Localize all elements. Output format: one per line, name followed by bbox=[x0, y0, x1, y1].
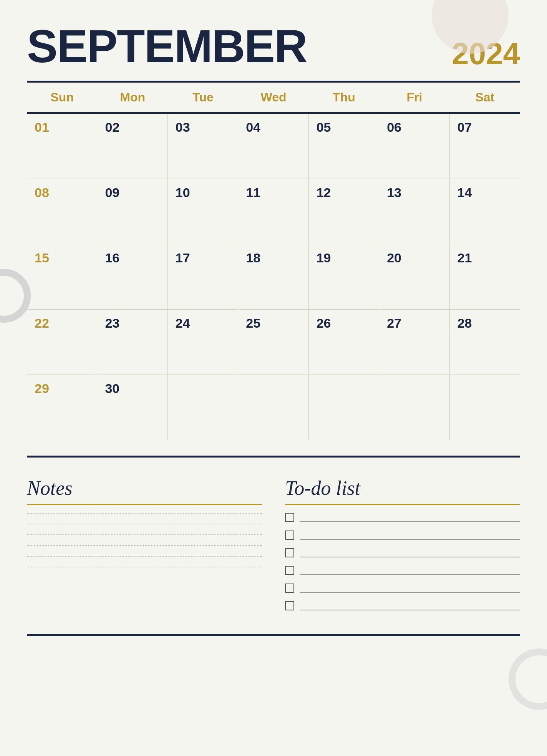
notes-line-6 bbox=[27, 567, 262, 567]
cell-empty-5 bbox=[450, 375, 520, 440]
calendar-day-headers: Sun Mon Tue Wed Thu Fri Sat bbox=[27, 83, 520, 114]
header-thu: Thu bbox=[309, 83, 379, 112]
cell-28: 28 bbox=[450, 310, 520, 375]
header-fri: Fri bbox=[379, 83, 449, 112]
cell-19: 19 bbox=[309, 244, 379, 310]
todo-divider bbox=[285, 504, 520, 505]
cell-24: 24 bbox=[168, 310, 238, 375]
cell-10: 10 bbox=[168, 179, 238, 244]
todo-item-5 bbox=[285, 584, 520, 593]
cell-26: 26 bbox=[309, 310, 379, 375]
notes-section: Notes bbox=[27, 477, 262, 619]
cell-01: 01 bbox=[27, 114, 97, 179]
cell-30: 30 bbox=[97, 375, 167, 440]
cell-17: 17 bbox=[168, 244, 238, 310]
todo-checkbox-4[interactable] bbox=[285, 566, 294, 575]
todo-line-2 bbox=[300, 531, 520, 540]
todo-title: To-do list bbox=[285, 477, 520, 499]
todo-checkbox-2[interactable] bbox=[285, 531, 294, 540]
month-title: SEPTEMBER bbox=[27, 23, 307, 69]
cell-06: 06 bbox=[379, 114, 449, 179]
todo-line-4 bbox=[300, 566, 520, 575]
notes-line-5 bbox=[27, 556, 262, 557]
cell-empty-4 bbox=[379, 375, 449, 440]
header-mon: Mon bbox=[97, 83, 167, 112]
calendar-body: 01 02 03 04 05 06 07 08 09 10 11 12 13 1… bbox=[27, 114, 520, 440]
cell-09: 09 bbox=[97, 179, 167, 244]
cell-11: 11 bbox=[238, 179, 308, 244]
cell-29: 29 bbox=[27, 375, 97, 440]
cell-13: 13 bbox=[379, 179, 449, 244]
cell-05: 05 bbox=[309, 114, 379, 179]
header-tue: Tue bbox=[168, 83, 238, 112]
cell-22: 22 bbox=[27, 310, 97, 375]
header-sat: Sat bbox=[450, 83, 520, 112]
notes-line-3 bbox=[27, 534, 262, 535]
calendar-bottom-border bbox=[27, 456, 520, 458]
todo-checkbox-5[interactable] bbox=[285, 584, 294, 593]
cell-25: 25 bbox=[238, 310, 308, 375]
calendar-grid: Sun Mon Tue Wed Thu Fri Sat 01 02 03 04 … bbox=[27, 83, 520, 440]
cell-14: 14 bbox=[450, 179, 520, 244]
todo-section: To-do list bbox=[285, 477, 520, 619]
todo-item-6 bbox=[285, 601, 520, 610]
cell-15: 15 bbox=[27, 244, 97, 310]
deco-circle-left bbox=[0, 269, 31, 323]
cell-20: 20 bbox=[379, 244, 449, 310]
header-sun: Sun bbox=[27, 83, 97, 112]
cell-empty-1 bbox=[168, 375, 238, 440]
cell-21: 21 bbox=[450, 244, 520, 310]
notes-divider bbox=[27, 504, 262, 505]
notes-title: Notes bbox=[27, 477, 262, 499]
cell-16: 16 bbox=[97, 244, 167, 310]
bottom-section: Notes To-do list bbox=[27, 477, 520, 619]
cell-23: 23 bbox=[97, 310, 167, 375]
notes-line-4 bbox=[27, 545, 262, 546]
todo-checkbox-6[interactable] bbox=[285, 601, 294, 610]
todo-line-6 bbox=[300, 601, 520, 610]
todo-checkbox-3[interactable] bbox=[285, 548, 294, 557]
cell-27: 27 bbox=[379, 310, 449, 375]
notes-line-1 bbox=[27, 513, 262, 514]
deco-circle-bottom-right bbox=[509, 648, 547, 710]
cell-empty-2 bbox=[238, 375, 308, 440]
header-wed: Wed bbox=[238, 83, 308, 112]
page-bottom-border bbox=[27, 634, 520, 636]
notes-line-2 bbox=[27, 524, 262, 524]
cell-18: 18 bbox=[238, 244, 308, 310]
todo-item-4 bbox=[285, 566, 520, 575]
todo-item-1 bbox=[285, 513, 520, 522]
todo-line-1 bbox=[300, 513, 520, 522]
cell-empty-3 bbox=[309, 375, 379, 440]
todo-line-5 bbox=[300, 584, 520, 593]
cell-02: 02 bbox=[97, 114, 167, 179]
todo-checkbox-1[interactable] bbox=[285, 513, 294, 522]
cell-04: 04 bbox=[238, 114, 308, 179]
todo-item-3 bbox=[285, 548, 520, 557]
cell-12: 12 bbox=[309, 179, 379, 244]
cell-08: 08 bbox=[27, 179, 97, 244]
cell-07: 07 bbox=[450, 114, 520, 179]
calendar-page: SEPTEMBER 2024 Sun Mon Tue Wed Thu Fri S… bbox=[0, 0, 547, 756]
cell-03: 03 bbox=[168, 114, 238, 179]
todo-line-3 bbox=[300, 548, 520, 557]
todo-item-2 bbox=[285, 531, 520, 540]
